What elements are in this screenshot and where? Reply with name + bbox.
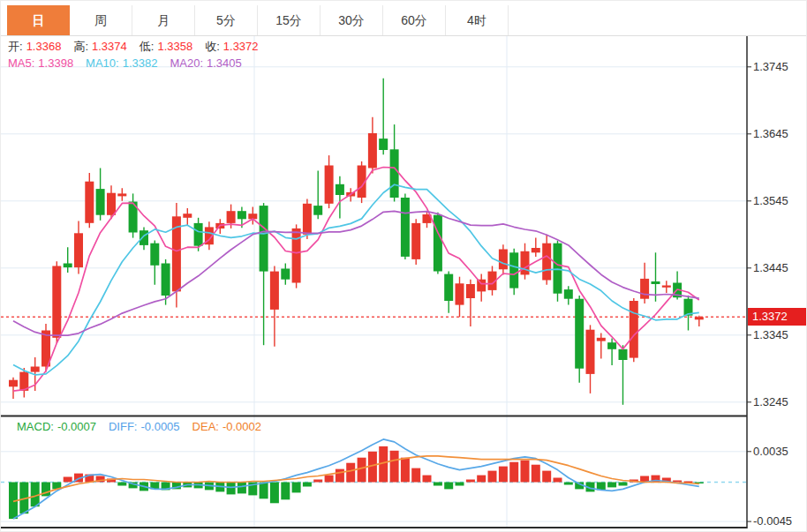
ma20-label: MA20: xyxy=(170,56,203,70)
macd-tick-label: 0.0035 xyxy=(753,445,806,459)
diff-label: DIFF: xyxy=(109,420,138,433)
price-tick-label: 1.3745 xyxy=(753,60,806,74)
tab-month[interactable]: 月 xyxy=(132,5,195,35)
ma10-value: 1.3382 xyxy=(123,56,158,70)
ma5-label: MA5: xyxy=(8,56,34,70)
high-value: 1.3374 xyxy=(92,40,127,53)
tab-15min[interactable]: 15分 xyxy=(258,5,321,35)
close-label: 收: xyxy=(205,40,220,53)
timeframe-tabbar: 日周月5分15分30分60分4时 xyxy=(1,1,807,36)
low-value: 1.3358 xyxy=(157,40,192,53)
candlestick-chart[interactable] xyxy=(1,36,747,416)
macd-value: -0.0007 xyxy=(57,420,96,433)
price-tick-label: 1.3345 xyxy=(753,328,806,342)
ohlc-legend: 开:1.3368高:1.3374低:1.3358收:1.3372 xyxy=(8,39,262,55)
ma10-label: MA10: xyxy=(86,56,119,70)
macd-tick-label: -0.0045 xyxy=(753,514,806,528)
open-value: 1.3368 xyxy=(26,40,62,53)
tab-4hour[interactable]: 4时 xyxy=(446,5,509,35)
price-tick-label: 1.3545 xyxy=(753,194,806,208)
price-tick-label: 1.3645 xyxy=(753,127,806,141)
diff-value: -0.0005 xyxy=(140,420,179,433)
macd-label: MACD: xyxy=(17,420,54,433)
chart-window: 日周月5分15分30分60分4时 开:1.3368高:1.3374低:1.335… xyxy=(0,0,807,532)
tab-30min[interactable]: 30分 xyxy=(321,5,383,35)
ma-legend: MA5:1.3398MA10:1.3382MA20:1.3405 xyxy=(8,56,245,70)
price-tick-label: 1.3245 xyxy=(753,395,806,409)
macd-legend: MACD:-0.0007DIFF:-0.0005DEA:-0.0002 xyxy=(17,420,265,433)
close-value: 1.3372 xyxy=(223,40,259,53)
open-label: 开: xyxy=(8,40,23,53)
ma20-value: 1.3405 xyxy=(207,56,242,70)
price-tick-label: 1.3445 xyxy=(753,261,806,275)
high-label: 高: xyxy=(73,40,88,53)
tab-day[interactable]: 日 xyxy=(7,5,70,35)
current-price-badge: 1.3372 xyxy=(748,308,807,326)
dea-label: DEA: xyxy=(192,420,219,433)
dea-value: -0.0002 xyxy=(222,420,261,433)
low-label: 低: xyxy=(140,40,155,53)
tab-5min[interactable]: 5分 xyxy=(195,5,258,35)
tab-week[interactable]: 周 xyxy=(70,5,132,35)
ma5-value: 1.3398 xyxy=(38,56,73,70)
tab-60min[interactable]: 60分 xyxy=(383,5,446,35)
